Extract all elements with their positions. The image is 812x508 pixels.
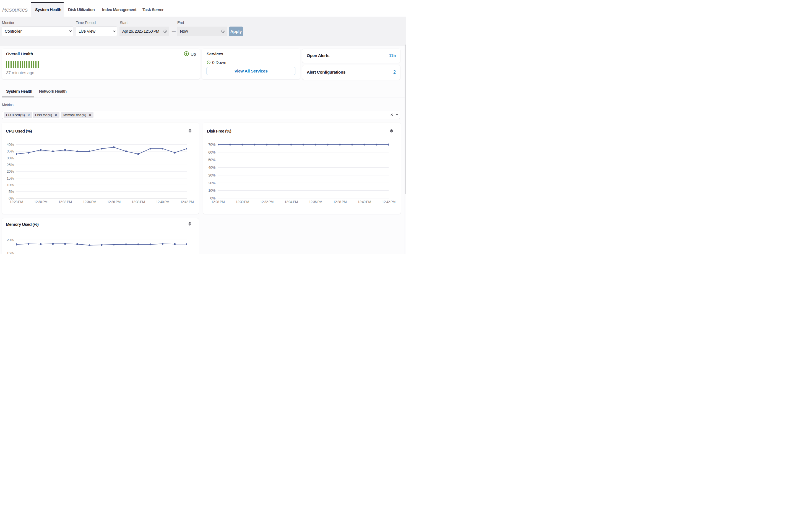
svg-text:12:34 PM: 12:34 PM <box>83 200 96 204</box>
svg-text:12:30 PM: 12:30 PM <box>34 200 47 204</box>
svg-text:50%: 50% <box>208 158 216 162</box>
svg-text:20%: 20% <box>208 181 216 185</box>
svg-text:10%: 10% <box>7 183 14 187</box>
svg-text:Memory Used (%): Memory Used (%) <box>6 222 39 226</box>
svg-text:12:38 PM: 12:38 PM <box>132 200 145 204</box>
svg-text:12:36 PM: 12:36 PM <box>107 200 121 204</box>
svg-text:10%: 10% <box>208 188 216 193</box>
svg-text:5%: 5% <box>9 189 14 194</box>
svg-text:15%: 15% <box>7 176 14 180</box>
svg-text:12:30 PM: 12:30 PM <box>236 200 249 204</box>
svg-text:12:28 PM: 12:28 PM <box>211 200 225 204</box>
svg-text:15%: 15% <box>7 251 14 254</box>
svg-text:12:32 PM: 12:32 PM <box>58 200 72 204</box>
svg-text:12:34 PM: 12:34 PM <box>284 200 298 204</box>
svg-text:40%: 40% <box>208 165 216 170</box>
svg-text:35%: 35% <box>7 149 14 153</box>
svg-text:12:40 PM: 12:40 PM <box>156 200 169 204</box>
svg-text:12:28 PM: 12:28 PM <box>10 200 23 204</box>
svg-text:30%: 30% <box>208 173 216 177</box>
svg-text:12:38 PM: 12:38 PM <box>333 200 347 204</box>
svg-text:30%: 30% <box>7 156 14 160</box>
svg-text:12:32 PM: 12:32 PM <box>260 200 273 204</box>
svg-text:70%: 70% <box>208 142 216 146</box>
svg-text:12:42 PM: 12:42 PM <box>180 200 193 204</box>
svg-text:CPU Used (%): CPU Used (%) <box>6 129 32 133</box>
svg-text:40%: 40% <box>7 142 14 146</box>
svg-text:12:36 PM: 12:36 PM <box>309 200 322 204</box>
svg-text:60%: 60% <box>208 150 216 155</box>
svg-text:Disk Free (%): Disk Free (%) <box>207 129 231 133</box>
svg-text:12:42 PM: 12:42 PM <box>382 200 395 204</box>
svg-text:20%: 20% <box>7 238 14 242</box>
svg-text:0%: 0% <box>210 196 216 200</box>
svg-text:12:40 PM: 12:40 PM <box>358 200 371 204</box>
svg-text:25%: 25% <box>7 163 14 167</box>
svg-text:20%: 20% <box>7 169 14 173</box>
